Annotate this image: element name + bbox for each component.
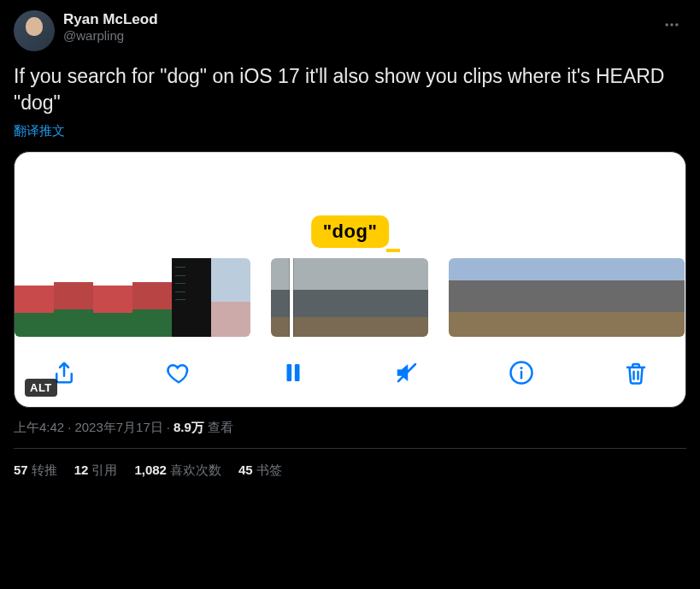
like-button[interactable] <box>163 357 194 388</box>
display-name: Ryan McLeod <box>63 10 686 28</box>
clip-thumbnail <box>15 258 54 337</box>
likes-stat[interactable]: 1,082喜欢次数 <box>134 462 221 479</box>
clip-thumbnail <box>527 258 567 337</box>
trash-icon <box>623 360 649 386</box>
clip-thumbnail <box>449 258 488 337</box>
clip-thumbnail <box>211 258 250 337</box>
user-handle: @warpling <box>63 28 686 44</box>
tweet-meta: 上午4:42·2023年7月17日·8.9万 查看 <box>14 420 686 436</box>
svg-point-1 <box>670 23 673 26</box>
search-term-chip: "dog" <box>311 215 390 248</box>
clip-thumbnail <box>606 258 645 337</box>
clip-thumbnail <box>389 258 428 337</box>
clip-group-1[interactable] <box>15 258 250 337</box>
more-icon <box>663 16 680 33</box>
clip-group-2[interactable] <box>271 258 428 337</box>
more-button[interactable] <box>657 10 686 39</box>
info-icon <box>509 360 534 386</box>
clip-thumbnail <box>310 258 350 337</box>
tweet-text: If you search for "dog" on iOS 17 it'll … <box>14 63 686 116</box>
pause-icon <box>280 360 306 386</box>
avatar[interactable] <box>14 10 55 51</box>
tweet-container: Ryan McLeod @warpling If you search for … <box>0 0 700 489</box>
timeline-marker <box>386 249 400 252</box>
clip-thumbnail <box>567 258 606 337</box>
svg-rect-3 <box>286 364 291 381</box>
svg-point-7 <box>521 367 523 369</box>
bookmarks-stat[interactable]: 45书签 <box>238 462 282 479</box>
delete-button[interactable] <box>621 357 651 388</box>
clip-thumbnail <box>132 258 172 337</box>
views-count: 8.9万 <box>174 420 204 434</box>
clip-thumbnail <box>488 258 527 337</box>
translate-link[interactable]: 翻译推文 <box>14 123 65 139</box>
clip-thumbnail <box>93 258 132 337</box>
stats-row: 57转推 12引用 1,082喜欢次数 45书签 <box>14 449 686 479</box>
playhead[interactable] <box>290 258 293 337</box>
views-label: 查看 <box>208 420 233 434</box>
quotes-stat[interactable]: 12引用 <box>74 462 118 479</box>
mute-button[interactable] <box>391 357 422 388</box>
clip-thumbnail <box>350 258 389 337</box>
svg-point-2 <box>675 23 678 26</box>
media-body: "dog" <box>15 152 685 407</box>
svg-rect-4 <box>294 364 299 381</box>
clip-group-3[interactable] <box>449 258 685 337</box>
pause-button[interactable] <box>278 357 309 388</box>
clip-thumbnail <box>645 258 685 337</box>
user-block[interactable]: Ryan McLeod @warpling <box>63 10 686 44</box>
info-button[interactable] <box>506 357 537 388</box>
svg-point-0 <box>666 23 668 26</box>
clip-thumbnail <box>172 258 211 337</box>
clip-thumbnail <box>54 258 93 337</box>
mute-icon <box>394 360 420 386</box>
heart-icon <box>166 360 191 386</box>
tweet-header: Ryan McLeod @warpling <box>14 10 686 51</box>
media-card[interactable]: "dog" <box>14 151 686 408</box>
media-toolbar <box>15 337 685 407</box>
tweet-date[interactable]: 2023年7月17日 <box>74 420 162 434</box>
alt-badge[interactable]: ALT <box>25 379 57 397</box>
retweets-stat[interactable]: 57转推 <box>14 462 57 479</box>
tweet-time[interactable]: 上午4:42 <box>14 420 64 434</box>
clip-row <box>15 258 685 337</box>
